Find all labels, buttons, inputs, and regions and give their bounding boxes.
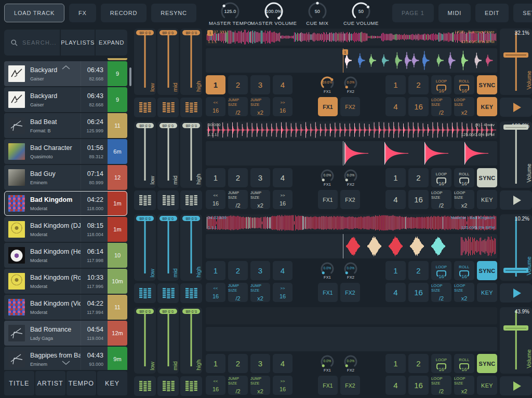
- loop-2-button[interactable]: 2: [408, 168, 429, 187]
- loop-4-button[interactable]: 4: [385, 376, 406, 395]
- loop-2-button[interactable]: 2: [408, 75, 429, 94]
- fader-handle[interactable]: 0.0 dB: [182, 123, 200, 128]
- eq-low-fader[interactable]: 0.0 dBlow: [134, 307, 156, 374]
- sort-button-title[interactable]: TITLE: [4, 371, 34, 395]
- eq-low-kill-button[interactable]: [134, 283, 156, 303]
- knob-cue-volume[interactable]: 50CUE VOLUME: [339, 3, 383, 26]
- hotcue-1-button[interactable]: 1: [206, 168, 225, 187]
- playlists-button[interactable]: PLAYLISTS: [61, 30, 95, 56]
- beat-jump-button[interactable]: JUMP SIZE/2: [228, 376, 248, 395]
- sync-button[interactable]: SYNC: [477, 261, 497, 280]
- topbar-button-settings[interactable]: SETTINGS: [513, 4, 532, 22]
- beat-jump-button[interactable]: JUMP SIZEx2: [250, 376, 270, 395]
- play-button[interactable]: [500, 283, 532, 303]
- waveform-zoom[interactable]: [206, 234, 497, 258]
- play-button[interactable]: [500, 376, 532, 395]
- topbar-button-fx[interactable]: FX: [69, 4, 96, 22]
- track-row[interactable]: Bad RomanceLady Gaga04:54119.00412m: [4, 321, 127, 346]
- fx2-button[interactable]: FX2: [340, 190, 360, 209]
- fx2-knob[interactable]: 0.0%FX2: [341, 168, 360, 187]
- waveform-overview[interactable]: [206, 307, 497, 324]
- eq-mid-kill-button[interactable]: [157, 98, 179, 117]
- fx1-knob[interactable]: 0.0%FX1: [318, 168, 337, 187]
- loop-16-button[interactable]: 16: [408, 190, 429, 209]
- hotcue-1-button[interactable]: 1: [206, 261, 225, 280]
- hotcue-1-button[interactable]: 1: [206, 75, 225, 94]
- eq-low-kill-button[interactable]: [134, 376, 156, 396]
- eq-low-fader[interactable]: 0.0 dBlow: [134, 121, 156, 188]
- eq-low-fader[interactable]: 0.0 dBlow: [134, 214, 156, 281]
- track-row[interactable]: Bad CharacterQuasimoto01:5689.3126m: [4, 139, 127, 164]
- eq-mid-kill-button[interactable]: [157, 190, 179, 210]
- volume-handle[interactable]: [503, 125, 528, 130]
- topbar-button-page-1[interactable]: PAGE 1: [392, 4, 434, 22]
- topbar-button-edit[interactable]: EDIT: [475, 4, 509, 22]
- fx2-knob[interactable]: 0.0%FX2: [341, 261, 360, 280]
- loop-2-button[interactable]: 2: [408, 261, 429, 280]
- beat-jump-button[interactable]: JUMP SIZEx2: [250, 190, 270, 209]
- fx1-knob[interactable]: 0.0%FX1: [318, 261, 337, 280]
- hotcue-3-button[interactable]: 3: [250, 75, 270, 94]
- fx1-button[interactable]: FX1: [318, 97, 338, 116]
- eq-high-kill-button[interactable]: [180, 190, 202, 210]
- fader-handle[interactable]: 0.0 dB: [159, 30, 177, 35]
- eq-high-fader[interactable]: 0.0 dBhigh: [180, 29, 202, 95]
- fx2-knob[interactable]: 0.0%FX2: [341, 354, 360, 373]
- track-row[interactable]: Bad Kingdom (Robag WruhModerat10:33117.9…: [4, 269, 127, 294]
- hotcue-2-button[interactable]: 2: [228, 261, 248, 280]
- fader-handle[interactable]: 0.0 dB: [182, 30, 200, 35]
- track-row[interactable]: Bad Kingdom (Head High RModerat06:14117.…: [4, 243, 127, 268]
- beat-jump-button[interactable]: >>16: [273, 283, 292, 302]
- hotcue-2-button[interactable]: 2: [228, 168, 248, 187]
- waveform-overview[interactable]: 05:37.353LKID - Summer Haze1.1.1125.00/0…: [206, 29, 497, 46]
- fader-handle[interactable]: 0.0 dB: [182, 216, 200, 221]
- loop-1-button[interactable]: 1: [385, 261, 406, 280]
- loop-4-button[interactable]: 4: [385, 97, 406, 116]
- roll-button[interactable]: ROLL16: [454, 75, 474, 94]
- sort-button-key[interactable]: KEY: [97, 371, 127, 395]
- roll-button[interactable]: ROLL16: [454, 261, 474, 280]
- key-button[interactable]: KEY: [477, 283, 497, 302]
- loop-4-button[interactable]: 4: [385, 283, 406, 302]
- knob-master-volume[interactable]: 100.0%MASTER VOLUME: [252, 3, 296, 26]
- eq-high-fader[interactable]: 0.0 dBhigh: [180, 214, 202, 281]
- fader-handle[interactable]: 0.0 dB: [136, 30, 154, 35]
- fx1-knob[interactable]: 0.0%FX1: [318, 354, 337, 373]
- loop-size-button[interactable]: LOOP SIZE/2: [431, 97, 451, 116]
- knob-master-tempo[interactable]: 125.0MASTER TEMPO: [208, 3, 252, 26]
- waveform-overview[interactable]: 04:22.839Moderat - Bad Kingdom1.1.1125.0…: [206, 214, 497, 231]
- fader-handle[interactable]: 0.0 dB: [159, 216, 177, 221]
- eq-mid-fader[interactable]: 0.0 dBmid: [157, 307, 179, 374]
- volume-fader[interactable]: 32.1%Volume: [500, 29, 532, 95]
- beat-jump-button[interactable]: <<16: [206, 97, 225, 116]
- hotcue-4-button[interactable]: 4: [273, 261, 292, 280]
- fader-handle[interactable]: 0.0 dB: [159, 123, 177, 128]
- eq-high-kill-button[interactable]: [180, 283, 202, 303]
- fader-handle[interactable]: 0.0 dB: [159, 309, 177, 314]
- beat-jump-button[interactable]: >>16: [273, 97, 292, 116]
- loop-size-button[interactable]: LOOP SIZEx2: [454, 190, 474, 209]
- waveform-zoom[interactable]: 1: [206, 48, 497, 73]
- knob-cue-mix[interactable]: 50CUE MIX: [296, 3, 339, 26]
- loop-button[interactable]: LOOP16: [431, 261, 451, 280]
- sort-button-artist[interactable]: ARTIST: [35, 371, 65, 395]
- fader-handle[interactable]: 0.0 dB: [136, 309, 154, 314]
- beat-jump-button[interactable]: JUMP SIZE/2: [228, 283, 248, 302]
- beat-jump-button[interactable]: <<16: [206, 376, 225, 395]
- eq-low-kill-button[interactable]: [134, 98, 156, 117]
- loop-1-button[interactable]: 1: [385, 354, 406, 373]
- loop-button[interactable]: LOOP16: [431, 354, 451, 373]
- waveform-zoom[interactable]: [206, 327, 497, 351]
- hotcue-4-button[interactable]: 4: [273, 354, 292, 373]
- loop-16-button[interactable]: 16: [408, 97, 429, 116]
- sort-button-tempo[interactable]: TEMPO: [66, 371, 97, 395]
- key-button[interactable]: KEY: [477, 97, 497, 116]
- fx1-button[interactable]: FX1: [318, 283, 338, 302]
- beat-jump-button[interactable]: JUMP SIZE/2: [228, 97, 248, 116]
- hotcue-4-button[interactable]: 4: [273, 168, 292, 187]
- volume-fader[interactable]: 100.0%Volume: [500, 121, 532, 188]
- track-row[interactable]: Bad Kingdom (Video)Moderat04:22117.99411: [4, 295, 127, 320]
- fx1-button[interactable]: FX1: [318, 190, 338, 209]
- beat-jump-button[interactable]: >>16: [273, 376, 292, 395]
- key-button[interactable]: KEY: [477, 190, 497, 209]
